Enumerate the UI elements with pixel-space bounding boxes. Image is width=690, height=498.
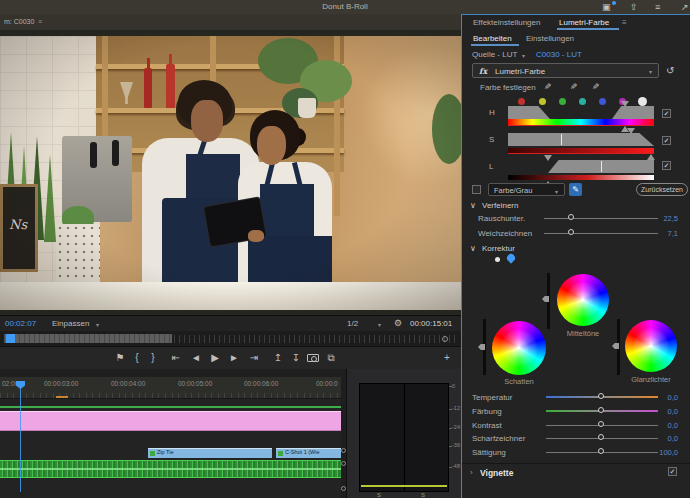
scrubber-zoom-knob[interactable] [442,336,448,342]
correction-droplet-icon[interactable] [505,252,516,263]
program-monitor-tab[interactable]: m: C0030 [4,18,34,25]
saturation-slider-handle[interactable] [598,448,604,454]
tab-lumetri-color[interactable]: Lumetri-Farbe [559,18,609,27]
midtones-luma-handle[interactable] [542,296,549,302]
eyedropper-minus-icon[interactable]: ✎ [592,82,600,92]
mask-invert-button[interactable]: ✎ [569,183,582,196]
export-frame-icon[interactable] [307,354,319,362]
tint-value[interactable]: 0,0 [648,407,678,416]
go-to-in-icon[interactable]: ⇤ [169,351,183,365]
mask-preview-checkbox[interactable] [472,185,481,194]
chevron-down-icon: ▾ [378,321,381,328]
section-correction-chevron[interactable]: ∨ [470,244,476,253]
workspace-icon[interactable]: ▣ [602,1,611,13]
left-column: m: C0030 ≡ [0,14,461,498]
lift-icon[interactable]: ↥ [271,351,285,365]
mark-out-icon[interactable]: } [146,351,160,365]
denoise-value[interactable]: 22,5 [648,214,678,223]
solo-button[interactable]: S [421,492,425,498]
effect-selector[interactable]: fx Lumetri-Farbe ▾ [472,63,659,78]
contrast-slider-handle[interactable] [598,421,604,427]
video-clip[interactable]: Zip Tie [148,448,272,458]
solo-button[interactable]: S [377,492,381,498]
blur-slider-handle[interactable] [568,229,574,235]
saturation-range-handle[interactable] [647,154,655,160]
add-marker-icon[interactable]: ⚑ [113,351,127,365]
music-clip-pink[interactable] [0,411,341,431]
highlights-luma-handle[interactable] [612,343,619,349]
blur-value[interactable]: 7,1 [648,229,678,238]
hue-dot-teal[interactable] [579,98,586,105]
section-vignette-title[interactable]: Vignette [480,468,513,478]
db-label: -36 [452,442,460,448]
section-vignette-chevron[interactable]: › [470,468,473,477]
panel-menu-icon[interactable]: ≡ [622,18,627,27]
video-clip[interactable]: C-Shot 1 (Wie [276,448,341,458]
mask-mode-select[interactable]: Farbe/Grau ▾ [488,183,565,196]
video-preview[interactable]: Ns [0,36,461,310]
vignette-enable-checkbox[interactable]: ✓ [668,467,677,476]
scrubber-playhead[interactable] [6,334,15,343]
extract-icon[interactable]: ↧ [289,351,303,365]
luma-enable-checkbox[interactable]: ✓ [662,161,671,170]
hue-enable-checkbox[interactable]: ✓ [662,109,671,118]
saturation-range-handle[interactable] [627,128,635,134]
monitor-scrubber[interactable] [0,331,461,346]
hue-range-band-left[interactable] [508,106,550,119]
correction-dot-icon[interactable] [495,257,500,262]
tab-effect-controls[interactable]: Effekteinstellungen [473,18,540,27]
panel-menu-icon[interactable]: ≡ [38,18,42,25]
reset-button[interactable]: Zurücksetzen [636,183,688,196]
section-correction-title[interactable]: Korrektur [482,244,515,253]
denoise-slider-track[interactable] [544,218,658,219]
saturation-value[interactable]: 100,0 [648,448,678,457]
playhead-timecode[interactable]: 00:02:07 [5,319,36,328]
luma-range-handle[interactable] [544,155,552,161]
video-track-thin-clip[interactable] [0,406,341,408]
hue-dot-green[interactable] [559,98,566,105]
hue-range-handle[interactable] [621,101,629,107]
reset-effect-icon[interactable]: ↺ [666,65,674,76]
eyedropper-icon[interactable]: ✎ [544,82,552,92]
source-lut-value[interactable]: C0030 - LUT [536,50,582,59]
db-label: -12 [452,405,460,411]
share-icon[interactable]: ⇧ [630,1,638,13]
step-back-icon[interactable]: ◄ [189,351,203,365]
step-forward-icon[interactable]: ► [227,351,241,365]
hue-dot-yellow[interactable] [539,98,546,105]
tint-slider-handle[interactable] [598,407,604,413]
timeline-ruler[interactable]: 02:00 00:00:03:00 00:00:04:00 00:00:05:0… [0,377,341,399]
audio-level-line [361,485,447,487]
hue-dot-white[interactable] [638,97,647,106]
go-to-out-icon[interactable]: ⇥ [247,351,261,365]
eyedropper-plus-icon[interactable]: ✎ [570,82,578,92]
sequence-duration: 00:00:15:01 [410,319,452,328]
play-icon[interactable]: ▶ [208,351,222,365]
hue-dot-red[interactable] [518,98,525,105]
hamburger-menu-icon[interactable]: ≡ [655,1,660,13]
resolution-dropdown[interactable]: 1/2 [347,319,358,328]
hue-range-band-right[interactable] [612,106,654,119]
proxy-toggle-icon[interactable]: ⧉ [324,351,338,365]
fit-dropdown[interactable]: Einpassen [52,319,89,328]
temperature-value[interactable]: 0,0 [648,393,678,402]
shadows-luma-handle[interactable] [478,344,485,350]
source-lut-label[interactable]: Quelle - LUT [472,50,517,59]
subtab-edit[interactable]: Bearbeiten [473,34,512,43]
hue-dot-blue[interactable] [599,98,606,105]
wrench-icon[interactable]: ⚙ [394,318,402,328]
saturation-range-band[interactable] [508,133,654,146]
denoise-slider-handle[interactable] [568,214,574,220]
fullscreen-icon[interactable]: ↗ [681,1,689,13]
sharpen-value[interactable]: 0,0 [648,434,678,443]
sharpen-slider-handle[interactable] [598,434,604,440]
contrast-value[interactable]: 0,0 [648,421,678,430]
mark-in-icon[interactable]: { [130,351,144,365]
plus-button[interactable]: + [440,351,454,365]
temperature-slider-handle[interactable] [598,393,604,399]
blur-slider-track[interactable] [544,233,658,234]
section-refine-title[interactable]: Verfeinern [482,201,518,210]
saturation-enable-checkbox[interactable]: ✓ [662,136,671,145]
section-refine-chevron[interactable]: ∨ [470,201,476,210]
subtab-settings[interactable]: Einstellungen [526,34,574,43]
